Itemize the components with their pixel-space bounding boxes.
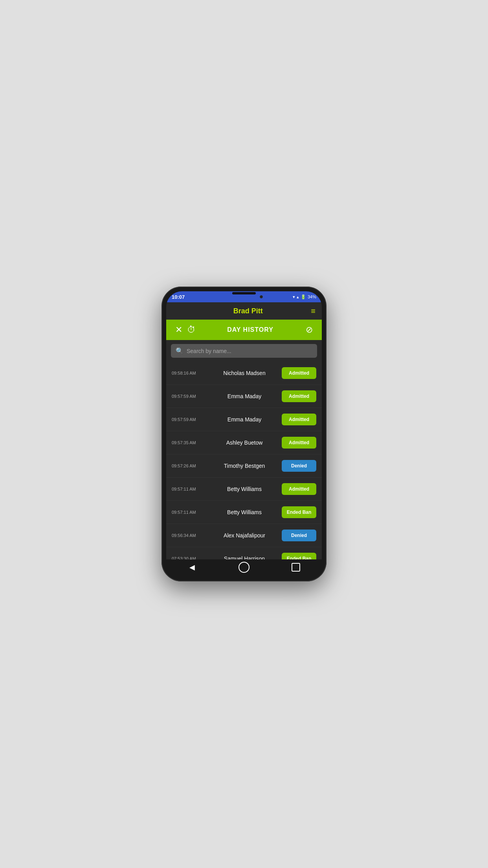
history-list: 09:58:16 AMNicholas MadsenAdmitted09:57:… [166,362,322,559]
status-badge[interactable]: Ended Ban [282,506,316,518]
phone-speaker [232,292,256,294]
search-bar: 🔍 [166,340,322,362]
item-time: 09:57:35 AM [172,440,207,445]
item-time: 09:56:34 AM [172,533,207,538]
status-badge[interactable]: Admitted [282,414,316,425]
signal-icon: ▴ [297,294,299,300]
close-icon[interactable]: ✕ [172,325,185,335]
menu-icon[interactable]: ≡ [311,307,316,316]
item-name: Ashley Buetow [207,440,282,446]
item-time: 09:57:11 AM [172,487,207,491]
list-item: 07:53:30 AMSamuel HarrisonEnded Ban [166,547,322,559]
item-time: 09:57:59 AM [172,417,207,422]
list-item: 09:58:16 AMNicholas MadsenAdmitted [166,362,322,385]
back-icon: ◀ [189,563,195,572]
bottom-nav: ◀ [166,559,322,577]
phone-screen: 10:07 ▾ ▴ 🔋 34% Brad Pitt ≡ ✕ ⏱ DAY HIST… [166,291,322,577]
back-button[interactable]: ◀ [184,559,200,575]
status-badge[interactable]: Admitted [282,483,316,495]
refresh-icon[interactable]: ⏱ [185,325,198,335]
item-name: Betty Williams [207,486,282,492]
item-name: Timothy Bestgen [207,463,282,469]
item-name: Samuel Harrison [207,555,282,559]
item-time: 07:53:30 AM [172,556,207,559]
home-button[interactable] [236,559,252,575]
status-badge[interactable]: Admitted [282,390,316,402]
item-name: Betty Williams [207,509,282,515]
item-name: Emma Maday [207,416,282,423]
battery-icon: 🔋 [301,294,306,300]
recent-button[interactable] [288,559,304,575]
status-badge[interactable]: Admitted [282,367,316,379]
list-item: 09:57:11 AMBetty WilliamsEnded Ban [166,501,322,524]
list-item: 09:57:11 AMBetty WilliamsAdmitted [166,478,322,501]
list-item: 09:56:34 AMAlex NajafalipourDenied [166,524,322,547]
item-time: 09:57:26 AM [172,463,207,468]
status-badge[interactable]: Denied [282,530,316,541]
item-name: Emma Maday [207,393,282,399]
list-item: 09:57:26 AMTimothy BestgenDenied [166,454,322,478]
status-icons: ▾ ▴ 🔋 34% [293,294,316,300]
item-time: 09:58:16 AM [172,371,207,375]
item-name: Alex Najafalipour [207,532,282,539]
status-badge[interactable]: Admitted [282,437,316,449]
status-time: 10:07 [172,294,185,300]
list-item: 09:57:59 AMEmma MadayAdmitted [166,385,322,408]
item-time: 09:57:11 AM [172,510,207,515]
battery-percent: 34% [308,294,316,299]
search-input-wrapper: 🔍 [171,344,317,358]
status-badge[interactable]: Denied [282,460,316,472]
item-name: Nicholas Madsen [207,370,282,376]
app-title: Brad Pitt [185,307,311,315]
search-input[interactable] [187,348,312,354]
app-header: Brad Pitt ≡ [166,302,322,320]
status-badge[interactable]: Ended Ban [282,553,316,559]
toolbar-title: DAY HISTORY [198,326,303,333]
block-icon[interactable]: ⊘ [303,325,316,335]
item-time: 09:57:59 AM [172,394,207,399]
search-icon: 🔍 [176,347,183,355]
home-icon [238,562,250,573]
list-item: 09:57:35 AMAshley BuetowAdmitted [166,431,322,454]
phone-frame: 10:07 ▾ ▴ 🔋 34% Brad Pitt ≡ ✕ ⏱ DAY HIST… [161,287,327,581]
wifi-icon: ▾ [293,294,295,300]
phone-camera [260,295,263,298]
recent-icon [292,563,300,572]
list-item: 09:57:59 AMEmma MadayAdmitted [166,408,322,431]
toolbar: ✕ ⏱ DAY HISTORY ⊘ [166,320,322,340]
